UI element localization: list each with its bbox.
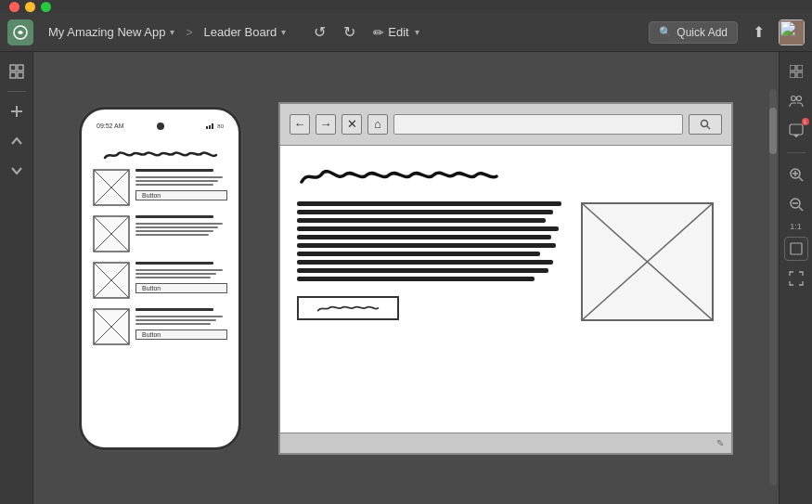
svg-line-39 [799, 207, 803, 211]
edit-menu-button[interactable]: ✏ Edit ▾ [366, 21, 426, 44]
zoom-out-button[interactable] [784, 192, 808, 216]
sidebar-icon-home[interactable] [5, 59, 29, 84]
main-area: 09:52 AM 80 [0, 52, 812, 504]
quick-add-button[interactable]: 🔍 Quick Add [649, 21, 738, 44]
svg-rect-41 [791, 243, 802, 254]
browser-text-column [297, 201, 567, 423]
body-scribble [135, 269, 227, 279]
sidebar-icon-up[interactable] [5, 129, 29, 153]
wireframe-button: Button [135, 283, 227, 293]
browser-url-bar[interactable] [393, 114, 683, 135]
sidebar-icon-grid[interactable] [784, 59, 808, 84]
browser-home-button[interactable]: ⌂ [367, 114, 388, 135]
sidebar-icon-add[interactable] [5, 99, 29, 123]
mobile-camera [157, 123, 164, 130]
canvas-content: 09:52 AM 80 [33, 52, 779, 504]
wireframe-button: Button [135, 330, 227, 340]
sidebar-icon-people[interactable] [784, 89, 808, 113]
mobile-status-icons: 80 [206, 123, 224, 129]
list-item: Button [93, 262, 227, 303]
svg-point-31 [791, 97, 795, 101]
svg-rect-7 [206, 126, 208, 129]
browser-content [280, 146, 731, 433]
menubar: My Amazing New App ▾ > Leader Board ▾ ↺ … [0, 13, 812, 52]
sidebar-divider [787, 152, 806, 153]
sidebar-divider [7, 91, 26, 92]
fullscreen-button[interactable] [784, 266, 808, 291]
wireframe-image-box [93, 308, 130, 345]
svg-rect-1 [10, 65, 16, 71]
mobile-content: Button [93, 147, 227, 429]
board-name-label: Leader Board [203, 25, 277, 39]
zoom-ratio-label: 1:1 [790, 222, 802, 231]
body-text-scribble [297, 201, 567, 282]
body-scribble [135, 316, 227, 326]
sidebar-icon-down[interactable] [5, 159, 29, 183]
board-name-breadcrumb[interactable]: Leader Board ▾ [198, 21, 291, 43]
right-sidebar: 1 1:1 [779, 52, 812, 504]
wireframe-image-box [93, 262, 130, 299]
title-scribble [135, 308, 227, 312]
titlebar [0, 0, 812, 13]
app-name-label: My Amazing New App [48, 25, 165, 39]
search-icon: 🔍 [659, 26, 672, 38]
close-button[interactable] [9, 2, 19, 12]
browser-forward-button[interactable]: → [316, 114, 336, 135]
item-text: Button [135, 262, 227, 293]
avatar[interactable] [779, 19, 805, 45]
body-scribble [135, 223, 227, 237]
svg-rect-9 [212, 123, 213, 129]
wireframe-image-box [93, 215, 130, 252]
browser-close-button[interactable]: ✕ [342, 114, 362, 135]
browser-search-button[interactable] [689, 114, 722, 135]
breadcrumb-separator: > [186, 26, 192, 39]
list-item: Button [93, 169, 227, 210]
body-scribble [135, 176, 227, 187]
svg-point-22 [702, 120, 708, 126]
footer-icon: ✎ [716, 438, 724, 448]
browser-body [297, 201, 715, 423]
maximize-button[interactable] [41, 2, 51, 12]
avatar-image [779, 19, 805, 45]
svg-rect-30 [797, 72, 803, 78]
zoom-in-button[interactable] [784, 162, 808, 187]
item-text: Button [135, 169, 227, 200]
mobile-wireframe: 09:52 AM 80 [79, 107, 241, 450]
undo-button[interactable]: ↺ [306, 19, 332, 45]
browser-toolbar: ← → ✕ ⌂ [280, 104, 731, 146]
redo-button[interactable]: ↻ [336, 19, 362, 45]
app-icon [7, 19, 33, 45]
wireframe-image-box [93, 169, 130, 206]
browser-cta-button [297, 296, 399, 320]
browser-back-button[interactable]: ← [290, 114, 310, 135]
wireframe-button: Button [135, 190, 227, 200]
quick-add-label: Quick Add [677, 26, 728, 39]
sidebar-icon-comment[interactable]: 1 [784, 119, 808, 143]
mobile-title [93, 147, 227, 163]
canvas-scrollbar[interactable] [769, 89, 777, 485]
svg-rect-33 [790, 124, 803, 135]
item-text: Button [135, 308, 227, 340]
notification-badge: 1 [802, 118, 809, 125]
list-item [93, 215, 227, 256]
pencil-icon: ✏ [373, 25, 384, 40]
scrollbar-thumb[interactable] [769, 108, 777, 154]
board-chevron-icon: ▾ [281, 27, 286, 37]
minimize-button[interactable] [25, 2, 35, 12]
fit-to-screen-button[interactable] [784, 237, 808, 261]
svg-rect-3 [10, 72, 16, 78]
browser-footer: ✎ [280, 433, 731, 453]
share-button[interactable]: ⬆ [745, 19, 771, 45]
title-scribble [135, 169, 227, 173]
app-chevron-icon: ▾ [170, 27, 174, 37]
app-name-breadcrumb[interactable]: My Amazing New App ▾ [43, 21, 180, 43]
svg-rect-28 [797, 65, 803, 71]
browser-wireframe: ← → ✕ ⌂ [278, 102, 733, 455]
svg-rect-2 [18, 65, 23, 71]
mobile-time: 09:52 AM [97, 123, 124, 129]
title-scribble [135, 262, 227, 265]
list-item: Button [93, 308, 227, 349]
browser-heading [297, 164, 715, 188]
canvas-area[interactable]: 09:52 AM 80 [33, 52, 779, 504]
svg-line-35 [799, 177, 803, 181]
